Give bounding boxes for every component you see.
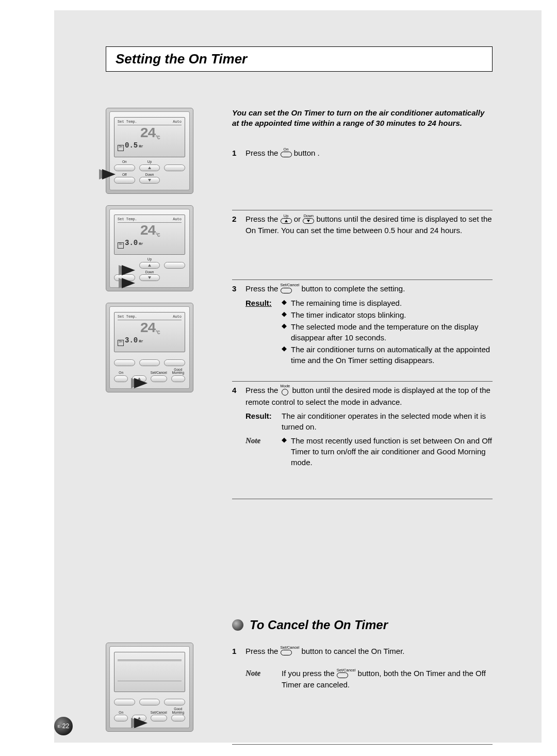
remote-on-button: On <box>114 711 128 722</box>
remote-blank <box>114 355 135 366</box>
step-3: 3 Press the Set/Cancel button to complet… <box>232 280 493 367</box>
remote-setcancel-button: Set/Cancel <box>151 371 167 382</box>
cancel-note-text: If you press the Set/Cancel button, both… <box>282 668 493 690</box>
lcd-1: Set Temp.Auto 24°C On0.5Hr <box>114 117 185 157</box>
remote-down-button: Down <box>139 271 160 282</box>
title-box: Setting the On Timer <box>106 46 493 72</box>
bullet-item: The timer indicator stops blinking. <box>282 309 493 320</box>
remote-setcancel-button: Set/Cancel <box>151 711 167 722</box>
result-row: Result: The air conditioner operates in … <box>245 410 493 432</box>
figures-column-2: .. . . <box>106 643 209 745</box>
remote-figure-4: .. . . <box>106 643 193 732</box>
remote-blank <box>114 695 135 706</box>
bullet-icon <box>232 619 243 631</box>
lcd-3: Set Temp.Auto 24°C On3.0Hr <box>114 312 185 352</box>
note-bullet: The most recently used function is set b… <box>282 435 493 468</box>
remote-blank <box>164 160 185 171</box>
remote-off-button: Off <box>114 173 135 184</box>
cancel-step-1: 1 Press the Set/Cancel button to cancel … <box>232 643 493 691</box>
cancel-heading: To Cancel the On Timer <box>232 618 493 632</box>
remote-on-button: On <box>114 160 135 171</box>
page-title: Setting the On Timer <box>116 51 483 67</box>
pointer-icon <box>102 169 116 179</box>
lcd-4-blank: .. . . <box>114 652 185 692</box>
figures-column: Set Temp.Auto 24°C On0.5Hr On Up Of <box>106 108 209 499</box>
down-button-icon: Down <box>303 214 314 224</box>
note-row: Note The most recently used function is … <box>245 435 493 469</box>
setcancel-button-icon: Set/Cancel <box>281 646 300 656</box>
remote-blank <box>139 695 160 706</box>
separator <box>232 499 493 499</box>
result-row: Result: The remaining time is displayed.… <box>245 298 493 367</box>
remote-goodmorning-button: Good Morning <box>171 708 185 721</box>
page-number-badge: E-22 <box>54 717 73 735</box>
cancel-note-row: Note If you press the Set/Cancel button,… <box>245 668 493 690</box>
cancel-section: To Cancel the On Timer .. . . <box>106 618 493 745</box>
lcd-auto: Auto <box>173 120 182 124</box>
remote-goodmorning-button: Good Morning <box>171 368 185 382</box>
mode-button-icon: Mode <box>281 384 290 396</box>
remote-on-button: On <box>114 371 128 382</box>
remote-down-button: Down <box>139 173 160 184</box>
pointer-icon <box>122 265 135 275</box>
remote-blank <box>164 258 185 269</box>
remote-figure-3: Set Temp.Auto 24°C On3.0Hr On <box>106 303 193 392</box>
step-4: 4 Press the Mode button until the desire… <box>232 382 493 469</box>
setcancel-button-icon: Set/Cancel <box>281 283 300 293</box>
remote-up-button: Up <box>139 160 160 171</box>
setcancel-button-icon: Set/Cancel <box>337 668 356 679</box>
main-columns: Set Temp.Auto 24°C On0.5Hr On Up Of <box>106 108 493 499</box>
remote-blank <box>164 695 185 706</box>
bullet-item: The selected mode and the temperature on… <box>282 321 493 343</box>
result-text: The air conditioner operates in the sele… <box>282 410 493 432</box>
lcd-timer: On0.5Hr <box>118 142 182 151</box>
remote-blank <box>139 355 160 366</box>
content-area: Setting the On Timer Set Temp.Auto 24°C … <box>106 46 493 745</box>
pointer-icon <box>122 278 135 288</box>
lcd-temp: 24°C <box>118 126 182 141</box>
on-button-icon: On <box>281 147 292 158</box>
bullet-item: The air conditioner turns on automatical… <box>282 344 493 366</box>
up-button-icon: Up <box>281 214 292 224</box>
pointer-icon <box>134 718 148 728</box>
page-background: Setting the On Timer Set Temp.Auto 24°C … <box>54 10 542 743</box>
lcd-settemp: Set Temp. <box>118 120 137 124</box>
intro-text: You can set the On Timer to turn on the … <box>232 108 493 129</box>
lcd-2: Set Temp.Auto 24°C On3.0Hr <box>114 215 185 255</box>
pointer-icon <box>134 378 148 388</box>
step-1: 1 Press the On button . <box>232 144 493 159</box>
result-bullets: The remaining time is displayed. The tim… <box>282 298 493 367</box>
bullet-item: The remaining time is displayed. <box>282 298 493 308</box>
cancel-text-column: 1 Press the Set/Cancel button to cancel … <box>209 643 493 745</box>
remote-figure-1: Set Temp.Auto 24°C On0.5Hr On Up Of <box>106 108 193 194</box>
remote-figure-2: Set Temp.Auto 24°C On3.0Hr Up Off <box>106 205 193 291</box>
remote-blank <box>164 355 185 366</box>
remote-up-button: Up <box>139 258 160 269</box>
step-2: 2 Press the Up or Down buttons until the… <box>232 210 493 236</box>
text-column: You can set the On Timer to turn on the … <box>209 108 493 499</box>
separator <box>232 744 493 745</box>
